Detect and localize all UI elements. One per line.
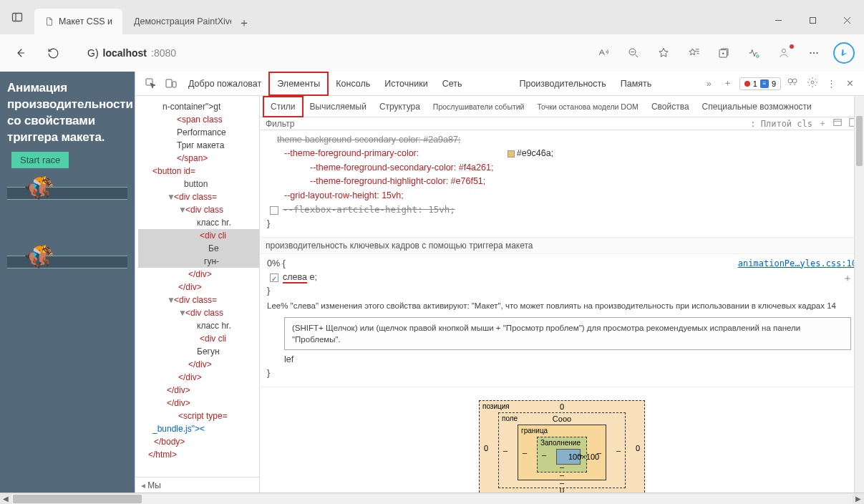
devtools-toolbar: Добро пожаловат Элементы Консоль Источни… — [135, 72, 864, 96]
devtools-tab-welcome[interactable]: Добро пожаловат — [181, 72, 268, 96]
horse-icon: 🏇 — [24, 172, 54, 200]
devtools-close-icon[interactable]: ✕ — [842, 78, 858, 89]
svg-rect-23 — [173, 82, 176, 87]
box-model-diagram[interactable]: позиция 0000 поле Cooo––– граница –––– З… — [479, 400, 645, 493]
devtools-tab-console[interactable]: Консоль — [329, 72, 377, 96]
source-link[interactable]: animationPe…yles.css:10 — [738, 257, 857, 271]
devtools-tab-memory[interactable]: Память — [613, 72, 659, 96]
svg-rect-22 — [166, 79, 172, 87]
url-input[interactable]: G) localhost :8080 — [77, 41, 186, 65]
scrollbar-horizontal[interactable]: ◀ ▶ — [0, 493, 864, 504]
scrollbar-vertical[interactable] — [854, 96, 864, 493]
svg-point-24 — [788, 79, 792, 83]
sub-tab-accessibility[interactable]: Специальные возможности — [696, 96, 818, 117]
filter-input[interactable]: Фильтр — [266, 119, 294, 129]
devtools-tab-performance[interactable]: Производительность — [512, 72, 613, 96]
devtools-tab-elements[interactable]: Элементы — [268, 72, 329, 96]
feedback-icon[interactable] — [784, 77, 801, 90]
url-port: :8080 — [151, 47, 176, 59]
new-style-icon[interactable]: ＋ — [818, 117, 827, 130]
svg-rect-0 — [13, 14, 22, 21]
url-host: localhost — [103, 47, 147, 59]
browser-tab-active[interactable]: Макет CSS и — [34, 9, 122, 34]
css-rule-block[interactable]: theme-background-secondary-color: #2a9a8… — [260, 130, 864, 238]
computed-styles-icon[interactable] — [833, 117, 843, 130]
issue-property[interactable]: слева — [283, 272, 307, 284]
tab-label: Макет CSS и — [59, 16, 112, 26]
bing-chat-icon[interactable] — [830, 39, 858, 67]
profile-icon[interactable] — [770, 39, 798, 67]
device-icon[interactable] — [161, 78, 181, 89]
refresh-button[interactable] — [39, 39, 67, 67]
sub-tab-properties[interactable]: Свойства — [645, 96, 696, 117]
window-close-button[interactable] — [830, 6, 864, 34]
performance-icon[interactable] — [739, 39, 768, 67]
start-race-button[interactable]: Start race — [11, 152, 69, 168]
more-icon[interactable] — [800, 39, 828, 67]
error-count-pill[interactable]: 1≡9 — [739, 77, 781, 90]
window-maximize-button[interactable] — [795, 6, 830, 34]
keyframes-section-title: производительность ключевых кадров с пом… — [260, 238, 864, 254]
page-viewport: Анимация производительности со свойствам… — [0, 72, 135, 493]
sub-tab-dom-breakpoints[interactable]: Точки останова модели DOM — [530, 96, 644, 117]
favorites-list-icon[interactable] — [679, 39, 708, 67]
devtools-tab-network[interactable]: Сеть — [435, 72, 470, 96]
window-titlebar: Макет CSS и Демонстрация PaintXive ＋ — [0, 0, 864, 34]
horse-icon: 🏇 — [24, 241, 54, 269]
devtools-more-icon[interactable]: ⋮ — [824, 78, 839, 89]
svg-point-19 — [813, 52, 815, 54]
issue-tooltip: (SHIFT+ Щелчок) или (щелчок правой кнопк… — [284, 317, 851, 350]
breadcrumb[interactable]: ◂ Мы — [135, 477, 259, 493]
devtools-tab-sources[interactable]: Источники — [377, 72, 435, 96]
filter-layout-toggle[interactable]: : Плитой cls — [750, 119, 812, 129]
browser-tab-inactive[interactable]: Демонстрация PaintXive — [124, 9, 231, 34]
dom-selected-node[interactable]: <div cli — [138, 229, 259, 242]
add-property-icon[interactable]: ＋ — [843, 271, 853, 286]
svg-point-20 — [816, 52, 817, 54]
inspect-icon[interactable] — [141, 78, 161, 89]
sidebar-toggle-icon[interactable] — [0, 0, 34, 34]
property-checkbox[interactable] — [270, 273, 278, 282]
svg-point-17 — [782, 49, 785, 52]
read-aloud-icon[interactable] — [589, 39, 618, 67]
zoom-out-icon[interactable] — [619, 39, 648, 67]
new-tab-icon[interactable]: ＋ — [719, 77, 737, 89]
new-tab-button[interactable]: ＋ — [233, 11, 256, 34]
svg-rect-27 — [834, 120, 842, 126]
tab-label: Демонстрация PaintXive — [134, 16, 231, 26]
url-prefix: G) — [87, 47, 99, 59]
sub-tab-listeners[interactable]: Прослушиватели событий — [427, 96, 531, 117]
address-bar: G) localhost :8080 — [0, 34, 864, 72]
svg-point-18 — [810, 52, 811, 54]
back-button[interactable] — [6, 39, 34, 67]
keyframe-rule[interactable]: animationPe…yles.css:10 0% { слева e;＋ }… — [260, 254, 864, 387]
svg-point-26 — [811, 81, 814, 84]
window-minimize-button[interactable] — [761, 6, 795, 34]
favorite-icon[interactable] — [649, 39, 678, 67]
more-tabs-icon[interactable]: » — [702, 79, 716, 89]
sub-tab-computed[interactable]: Вычисляемый — [304, 96, 373, 117]
dom-tree-pane[interactable]: n-container">gt <span class Performance … — [135, 96, 260, 493]
styles-pane: Стили Вычисляемый Структура Прослушивате… — [260, 96, 864, 493]
sub-tab-layout[interactable]: Структура — [373, 96, 427, 117]
svg-point-25 — [792, 79, 797, 83]
svg-line-8 — [635, 54, 638, 57]
page-heading: Анимация производительности со свойствам… — [7, 80, 127, 146]
svg-rect-3 — [810, 17, 815, 23]
settings-icon[interactable] — [804, 77, 821, 90]
collections-icon[interactable] — [709, 39, 738, 67]
devtools-panel: Добро пожаловат Элементы Консоль Источни… — [135, 72, 864, 493]
race-track-1: 🏇 — [7, 187, 127, 200]
race-track-2: 🏇 — [7, 256, 127, 268]
sub-tab-styles[interactable]: Стили — [263, 96, 304, 117]
